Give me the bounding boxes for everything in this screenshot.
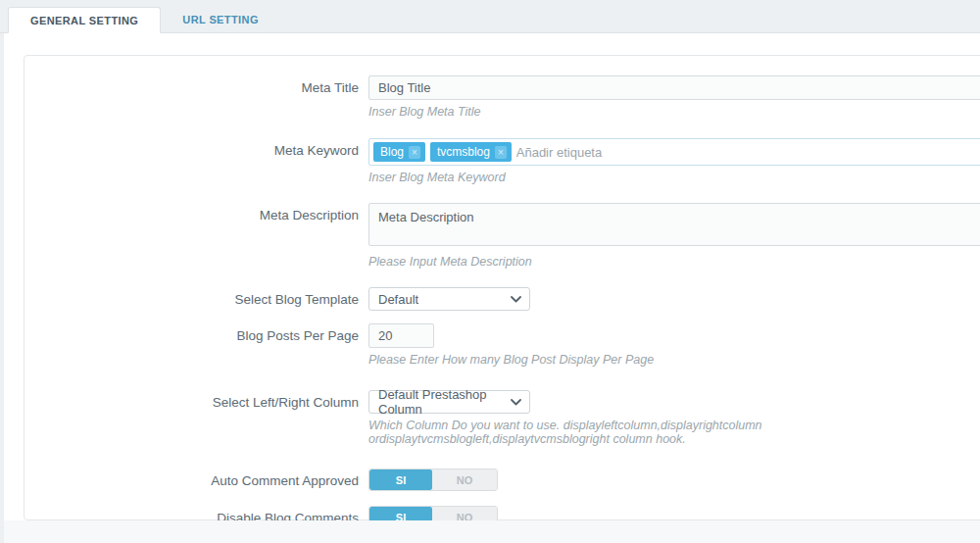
- remove-tag-icon[interactable]: ×: [495, 146, 507, 159]
- left-right-column-help: Which Column Do you want to use. display…: [368, 419, 980, 446]
- meta-keyword-tags-input[interactable]: Blog × tvcmsblog ×: [368, 138, 980, 166]
- meta-title-label: Meta Title: [24, 75, 359, 95]
- auto-comment-approved-toggle[interactable]: SI NO: [368, 469, 498, 491]
- blog-template-selected-value: Default: [378, 292, 418, 307]
- meta-title-help: Inser Blog Meta Title: [368, 105, 980, 119]
- blog-template-label: Select Blog Template: [24, 287, 359, 307]
- left-right-column-label: Select Left/Right Column: [24, 390, 359, 410]
- meta-description-label: Meta Description: [24, 203, 359, 222]
- general-setting-panel: Meta Title Inser Blog Meta Title Meta Ke…: [4, 33, 980, 543]
- blog-template-select[interactable]: Default: [368, 287, 530, 311]
- remove-tag-icon[interactable]: ×: [409, 146, 420, 159]
- settings-form: Meta Title Inser Blog Meta Title Meta Ke…: [24, 55, 980, 520]
- meta-keyword-label: Meta Keyword: [24, 138, 359, 158]
- meta-keyword-help: Inser Blog Meta Keyword: [368, 171, 980, 184]
- chevron-down-icon: [511, 296, 521, 303]
- left-right-column-select[interactable]: Default Prestashop Column: [368, 390, 530, 414]
- toggle-si-button[interactable]: SI: [369, 469, 432, 490]
- panel-footer: [4, 520, 980, 543]
- posts-per-page-label: Blog Posts Per Page: [24, 323, 359, 343]
- meta-title-input[interactable]: [368, 75, 980, 100]
- form-row-blog-template: Select Blog Template Default: [24, 287, 980, 311]
- tab-general-setting-label: GENERAL SETTING: [30, 15, 138, 26]
- form-row-meta-title: Meta Title Inser Blog Meta Title: [24, 75, 980, 119]
- auto-comment-approved-label: Auto Comment Approved: [24, 469, 359, 488]
- tab-url-setting[interactable]: URL SETTING: [161, 6, 280, 32]
- posts-per-page-help: Please Enter How many Blog Post Display …: [368, 353, 980, 367]
- meta-description-help: Please Input Meta Description: [368, 255, 980, 269]
- chevron-down-icon: [511, 399, 521, 406]
- left-right-column-selected-value: Default Prestashop Column: [378, 387, 503, 417]
- form-row-meta-description: Meta Description Meta Description Please…: [24, 203, 980, 269]
- keyword-tag-label: tvcmsblog: [437, 145, 490, 159]
- keyword-tag: tvcmsblog ×: [430, 142, 512, 162]
- form-row-auto-comment-approved: Auto Comment Approved SI NO: [24, 469, 980, 491]
- toggle-no-button[interactable]: NO: [432, 469, 497, 490]
- keyword-tag: Blog ×: [373, 142, 425, 162]
- form-row-meta-keyword: Meta Keyword Blog × tvcmsblog × Inser Bl…: [24, 138, 980, 184]
- keyword-tag-label: Blog: [380, 145, 404, 159]
- meta-description-textarea[interactable]: Meta Description: [368, 203, 980, 246]
- tab-bar: GENERAL SETTING URL SETTING: [0, 0, 980, 33]
- add-tag-input[interactable]: [516, 145, 980, 160]
- tab-url-setting-label: URL SETTING: [182, 14, 259, 25]
- tab-general-setting[interactable]: GENERAL SETTING: [8, 7, 161, 33]
- posts-per-page-input[interactable]: [368, 323, 434, 348]
- form-row-posts-per-page: Blog Posts Per Page Please Enter How man…: [24, 323, 980, 367]
- form-row-left-right-column: Select Left/Right Column Default Prestas…: [24, 390, 980, 446]
